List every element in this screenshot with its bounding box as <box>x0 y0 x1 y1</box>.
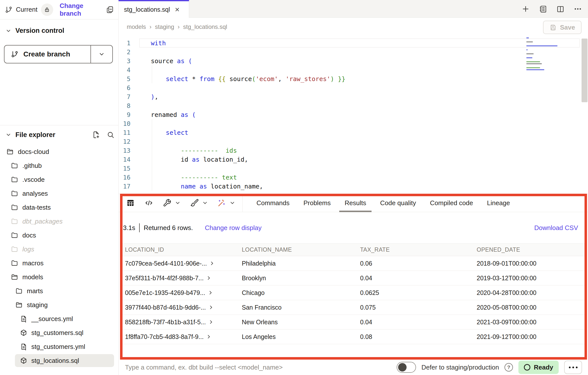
close-tab-icon[interactable]: × <box>175 5 180 13</box>
code-line-3[interactable]: 3source as ( <box>119 56 588 65</box>
folder-open-icon <box>15 301 23 309</box>
table-view-icon[interactable] <box>126 198 135 207</box>
change-branch-link[interactable]: Change branch <box>60 2 106 17</box>
expand-row-icon[interactable] <box>209 261 215 266</box>
sidebar: Current Change branch Version control Cr… <box>0 0 119 375</box>
line-number: 6 <box>119 84 139 92</box>
split-editor-icon[interactable] <box>556 5 565 13</box>
file-item-stg-locations-sql[interactable]: stg_locations.sql <box>0 354 119 368</box>
help-icon[interactable]: ? <box>504 363 513 372</box>
version-control-header[interactable]: Version control <box>0 19 118 35</box>
code-text: source as ( <box>139 57 192 65</box>
code-view-icon[interactable] <box>144 198 153 207</box>
panel-tab-results[interactable]: Results <box>339 194 372 212</box>
chevron-down-icon[interactable] <box>202 200 208 206</box>
expand-row-icon[interactable] <box>208 305 214 310</box>
format-broom-icon[interactable] <box>190 199 199 207</box>
code-line-10[interactable]: 10 <box>119 119 588 128</box>
change-row-display-link[interactable]: Change row display <box>205 224 261 232</box>
chevron-down-icon[interactable] <box>175 200 181 206</box>
create-branch-main[interactable]: Create branch <box>4 46 90 63</box>
create-branch-button[interactable]: Create branch <box>4 45 113 63</box>
new-file-icon[interactable] <box>92 131 100 139</box>
more-options-icon[interactable] <box>574 5 582 13</box>
file-item--github[interactable]: .github <box>0 159 119 173</box>
code-line-15[interactable]: 15 <box>119 164 588 173</box>
code-line-7[interactable]: 7), <box>119 92 588 101</box>
panel-tab-code-quality[interactable]: Code quality <box>375 194 421 212</box>
download-csv-link[interactable]: Download CSV <box>534 224 578 232</box>
file-item--vscode[interactable]: .vscode <box>0 173 119 187</box>
table-cell: 7c079cea-5ed4-4101-906e-... <box>123 260 239 267</box>
breadcrumb-separator: › <box>149 23 151 30</box>
file-item-marts[interactable]: marts <box>0 284 119 298</box>
code-editor[interactable]: 1with23source as (45 select * from {{ so… <box>119 36 588 194</box>
file-item--sources-yml[interactable]: __sources.yml <box>0 312 119 326</box>
file-item-staging[interactable]: staging <box>0 298 119 312</box>
expand-row-icon[interactable] <box>206 275 211 281</box>
tab-stg-locations-sql[interactable]: stg_locations.sql × <box>119 0 189 18</box>
panel-tabs: CommandsProblemsResultsCode qualityCompi… <box>250 194 517 212</box>
chevron-down-icon[interactable] <box>5 132 11 138</box>
git-branch-icon <box>5 6 12 13</box>
more-actions-button[interactable] <box>564 361 582 374</box>
breadcrumb-separator: › <box>178 23 180 30</box>
code-line-5[interactable]: 5 select * from {{ source('ecom', 'raw_s… <box>119 74 588 83</box>
panel-tab-commands[interactable]: Commands <box>251 194 295 212</box>
panel-tab-lineage[interactable]: Lineage <box>481 194 515 212</box>
line-number: 4 <box>119 66 139 74</box>
new-tab-icon[interactable] <box>521 5 530 13</box>
folder-icon <box>11 162 18 169</box>
ide-status-badge[interactable]: Ready <box>518 361 559 374</box>
table-row: 3977f440-b87d-461b-9dd6-...San Francisco… <box>123 300 585 315</box>
file-item-stg-customers-yml[interactable]: stg_customers.yml <box>0 340 119 354</box>
file-item-data-tests[interactable]: data-tests <box>0 200 119 214</box>
breadcrumb-staging[interactable]: staging <box>155 23 174 30</box>
file-item-docs[interactable]: docs <box>0 228 119 242</box>
code-line-12[interactable]: 12 <box>119 137 588 146</box>
code-line-16[interactable]: 16 ---------- text <box>119 173 588 182</box>
command-input[interactable] <box>125 364 397 371</box>
copy-icon[interactable] <box>106 6 114 14</box>
code-line-6[interactable]: 6 <box>119 83 588 92</box>
expand-row-icon[interactable] <box>208 290 213 295</box>
folder-icon <box>11 204 18 211</box>
expand-row-icon[interactable] <box>206 334 211 339</box>
build-wrench-icon[interactable] <box>163 199 171 207</box>
code-line-14[interactable]: 14 id as location_id, <box>119 155 588 164</box>
panel-tab-problems[interactable]: Problems <box>298 194 336 212</box>
file-item-models[interactable]: models <box>0 270 119 284</box>
create-branch-dropdown[interactable] <box>90 46 112 63</box>
ai-fix-wand-icon[interactable] <box>217 199 226 207</box>
table-cell: Chicago <box>239 289 358 296</box>
code-line-2[interactable]: 2 <box>119 47 588 56</box>
line-number: 16 <box>119 174 139 181</box>
search-icon[interactable] <box>107 131 115 139</box>
file-item-logs[interactable]: logs <box>0 242 119 256</box>
file-item-analyses[interactable]: analyses <box>0 187 119 200</box>
file-item-docs-cloud[interactable]: docs-cloud <box>0 145 119 159</box>
file-item-dbt-packages[interactable]: dbt_packages <box>0 214 119 228</box>
save-button[interactable]: Save <box>543 21 582 34</box>
breadcrumb-models[interactable]: models <box>127 23 146 30</box>
code-line-17[interactable]: 17 name as location_name, <box>119 182 588 191</box>
editor-layout-icon[interactable] <box>539 5 547 13</box>
file-item-macros[interactable]: macros <box>0 256 119 270</box>
code-line-11[interactable]: 11 select <box>119 128 588 137</box>
code-line-1[interactable]: 1with <box>119 39 588 47</box>
file-item-label: stg_locations.sql <box>31 357 79 365</box>
panel-tab-compiled-code[interactable]: Compiled code <box>424 194 478 212</box>
defer-toggle[interactable] <box>397 362 416 373</box>
file-item-stg-customers-sql[interactable]: stg_customers.sql <box>0 326 119 340</box>
breadcrumb-file[interactable]: stg_locations.sql <box>183 23 227 30</box>
file-item-label: stg_customers.yml <box>31 343 85 351</box>
chevron-down-icon[interactable] <box>229 200 235 206</box>
code-text: name as location_name, <box>139 183 263 190</box>
code-line-13[interactable]: 13 ---------- ids <box>119 146 588 155</box>
editor-scrollbar[interactable] <box>582 39 588 102</box>
code-line-4[interactable]: 4 <box>119 65 588 74</box>
code-line-8[interactable]: 8 <box>119 101 588 110</box>
table-cell: 2019-03-12T00:00:00 <box>474 275 585 282</box>
expand-row-icon[interactable] <box>208 319 214 325</box>
code-line-9[interactable]: 9renamed as ( <box>119 110 588 119</box>
